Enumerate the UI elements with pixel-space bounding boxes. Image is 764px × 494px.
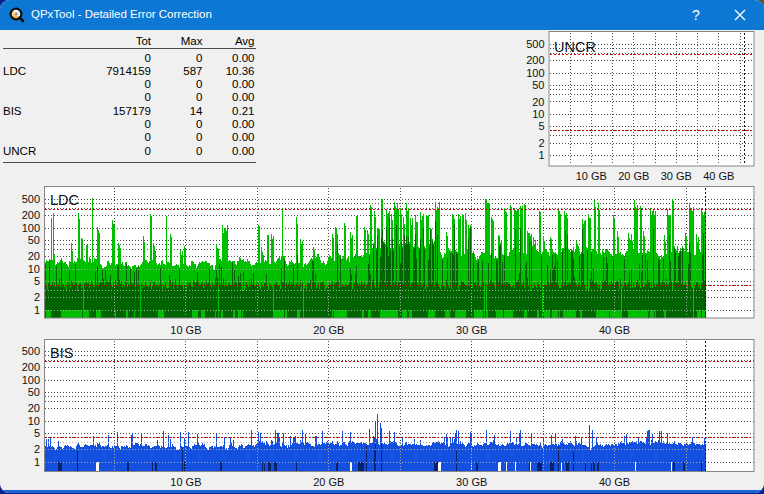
svg-text:Tot: Tot [136, 35, 152, 47]
svg-text:20 GB: 20 GB [313, 324, 344, 336]
svg-text:0: 0 [145, 145, 151, 157]
svg-text:50: 50 [28, 234, 40, 246]
svg-text:0.00: 0.00 [232, 145, 254, 157]
svg-text:20 GB: 20 GB [618, 170, 649, 182]
svg-text:1: 1 [34, 456, 40, 468]
svg-text:0.21: 0.21 [232, 105, 254, 117]
svg-text:0: 0 [196, 118, 202, 130]
svg-text:2: 2 [34, 443, 40, 455]
svg-text:40 GB: 40 GB [599, 476, 630, 488]
svg-text:LDC: LDC [50, 192, 79, 208]
svg-text:20: 20 [28, 402, 40, 414]
svg-text:10.36: 10.36 [226, 65, 255, 77]
svg-text:157179: 157179 [113, 105, 151, 117]
svg-text:20: 20 [532, 96, 544, 108]
svg-text:10: 10 [28, 415, 40, 427]
svg-text:0: 0 [145, 78, 151, 90]
svg-text:Max: Max [181, 35, 203, 47]
svg-text:100: 100 [526, 67, 544, 79]
svg-text:0.00: 0.00 [232, 52, 254, 64]
svg-text:14: 14 [190, 105, 203, 117]
svg-text:200: 200 [526, 54, 544, 66]
svg-text:40 GB: 40 GB [599, 324, 630, 336]
svg-text:200: 200 [22, 209, 40, 221]
svg-text:20: 20 [28, 250, 40, 262]
svg-text:0: 0 [196, 52, 202, 64]
svg-text:0: 0 [145, 91, 151, 103]
svg-text:30 GB: 30 GB [456, 476, 487, 488]
svg-text:10: 10 [28, 263, 40, 275]
svg-text:0: 0 [145, 52, 151, 64]
svg-text:0: 0 [196, 91, 202, 103]
svg-text:UNCR: UNCR [3, 145, 36, 157]
svg-text:UNCR: UNCR [554, 39, 596, 55]
svg-text:0: 0 [196, 131, 202, 143]
svg-text:10 GB: 10 GB [170, 476, 201, 488]
svg-text:40 GB: 40 GB [703, 170, 734, 182]
svg-text:5: 5 [34, 275, 40, 287]
svg-text:0.00: 0.00 [232, 118, 254, 130]
svg-text:0: 0 [145, 118, 151, 130]
svg-text:500: 500 [22, 345, 40, 357]
svg-text:500: 500 [22, 193, 40, 205]
svg-text:1: 1 [538, 149, 544, 161]
svg-text:2: 2 [34, 291, 40, 303]
svg-text:20 GB: 20 GB [313, 476, 344, 488]
svg-text:500: 500 [526, 38, 544, 50]
svg-text:0: 0 [196, 78, 202, 90]
svg-text:10 GB: 10 GB [576, 170, 607, 182]
svg-text:5: 5 [538, 120, 544, 132]
svg-text:2: 2 [538, 137, 544, 149]
svg-text:0: 0 [196, 145, 202, 157]
svg-text:0.00: 0.00 [232, 91, 254, 103]
svg-text:0.00: 0.00 [232, 78, 254, 90]
svg-text:10 GB: 10 GB [170, 324, 201, 336]
svg-text:Avg: Avg [235, 35, 255, 47]
svg-text:1: 1 [34, 304, 40, 316]
svg-text:10: 10 [532, 108, 544, 120]
svg-text:30 GB: 30 GB [456, 324, 487, 336]
svg-text:7914159: 7914159 [106, 65, 151, 77]
svg-text:587: 587 [183, 65, 202, 77]
svg-text:50: 50 [28, 386, 40, 398]
svg-text:200: 200 [22, 361, 40, 373]
svg-text:0: 0 [145, 131, 151, 143]
svg-text:30 GB: 30 GB [661, 170, 692, 182]
svg-text:BIS: BIS [50, 345, 73, 361]
svg-text:100: 100 [22, 374, 40, 386]
svg-text:0.00: 0.00 [232, 131, 254, 143]
svg-text:5: 5 [34, 427, 40, 439]
svg-text:100: 100 [22, 222, 40, 234]
svg-text:BIS: BIS [3, 105, 22, 117]
svg-text:LDC: LDC [3, 65, 26, 77]
svg-text:50: 50 [532, 79, 544, 91]
